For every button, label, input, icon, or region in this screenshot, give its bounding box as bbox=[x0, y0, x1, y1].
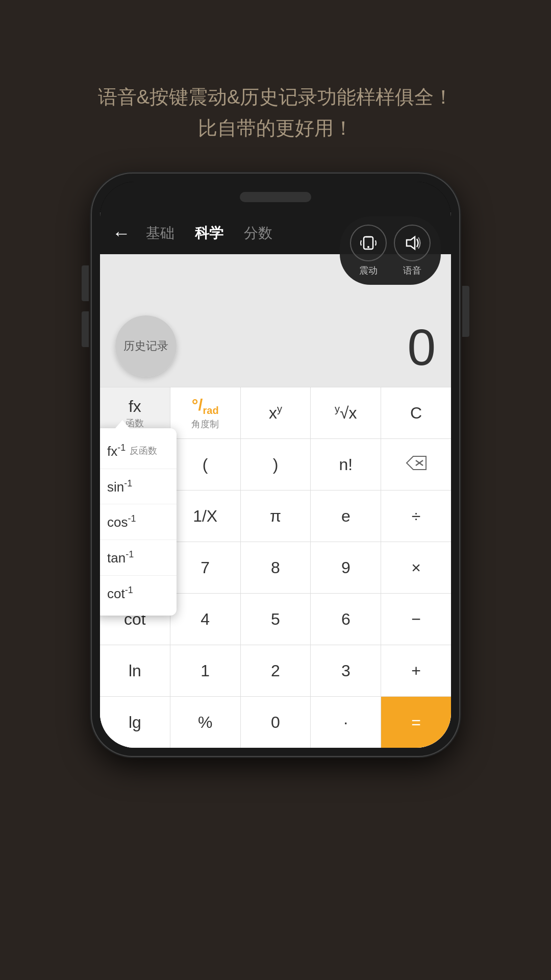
tab-fraction[interactable]: 分数 bbox=[244, 224, 272, 243]
key-7[interactable]: 7 bbox=[170, 542, 241, 593]
fx-popup-menu: fx-1 反函数 sin-1 cos-1 bbox=[100, 428, 177, 616]
floating-buttons: 震动 bbox=[340, 216, 441, 285]
keypad-row-6: ln 1 2 3 + bbox=[100, 645, 451, 696]
key-open-paren[interactable]: ( bbox=[170, 439, 241, 490]
history-button[interactable]: 历史记录 bbox=[115, 315, 177, 377]
svg-point-2 bbox=[367, 246, 369, 248]
key-divide[interactable]: ÷ bbox=[381, 491, 451, 542]
nav-tabs: 基础 科学 分数 bbox=[146, 224, 272, 243]
volume-up-button bbox=[82, 265, 89, 301]
key-4[interactable]: 4 bbox=[170, 594, 241, 645]
sound-button[interactable]: 语音 bbox=[394, 225, 431, 277]
key-5[interactable]: 5 bbox=[241, 594, 311, 645]
volume-down-button bbox=[82, 311, 89, 347]
svg-marker-3 bbox=[407, 237, 415, 249]
popup-item-tan-inv[interactable]: tan-1 bbox=[100, 540, 177, 576]
phone-speaker bbox=[240, 192, 311, 202]
promo-line1: 语音&按键震动&历史记录功能样样俱全！ bbox=[41, 82, 510, 113]
phone-body: ← 基础 科学 分数 bbox=[92, 174, 459, 756]
key-multiply[interactable]: × bbox=[381, 542, 451, 593]
key-angle[interactable]: °/rad 角度制 bbox=[170, 387, 241, 438]
key-fx[interactable]: fx 函数 fx-1 反函数 bbox=[100, 387, 170, 438]
promo-line2: 比自带的更好用！ bbox=[41, 113, 510, 144]
sound-label: 语音 bbox=[403, 264, 421, 277]
key-euler[interactable]: e bbox=[311, 491, 381, 542]
key-2[interactable]: 2 bbox=[241, 645, 311, 696]
key-power[interactable]: xy bbox=[241, 387, 311, 438]
key-reciprocal[interactable]: 1/X bbox=[170, 491, 241, 542]
phone-screen: ← 基础 科学 分数 bbox=[100, 182, 451, 748]
calculator-app: ← 基础 科学 分数 bbox=[100, 212, 451, 748]
tab-science[interactable]: 科学 bbox=[195, 224, 223, 243]
keypad-row-7: lg % 0 · = bbox=[100, 696, 451, 748]
key-clear[interactable]: C bbox=[381, 387, 451, 438]
key-subtract[interactable]: − bbox=[381, 594, 451, 645]
popup-item-cos-inv[interactable]: cos-1 bbox=[100, 504, 177, 540]
key-3[interactable]: 3 bbox=[311, 645, 381, 696]
key-add[interactable]: + bbox=[381, 645, 451, 696]
promo-text: 语音&按键震动&历史记录功能样样俱全！ 比自带的更好用！ bbox=[0, 0, 551, 175]
keypad-row-1: fx 函数 fx-1 反函数 bbox=[100, 387, 451, 438]
key-backspace[interactable] bbox=[381, 439, 451, 490]
vibrate-label: 震动 bbox=[359, 264, 378, 277]
key-1[interactable]: 1 bbox=[170, 645, 241, 696]
key-factorial[interactable]: n! bbox=[311, 439, 381, 490]
key-close-paren[interactable]: ) bbox=[241, 439, 311, 490]
vibrate-icon bbox=[350, 225, 387, 261]
key-9[interactable]: 9 bbox=[311, 542, 381, 593]
display-value: 0 bbox=[407, 318, 436, 377]
back-button[interactable]: ← bbox=[112, 223, 131, 244]
key-pi[interactable]: π bbox=[241, 491, 311, 542]
phone-top-bar bbox=[100, 182, 451, 212]
sound-icon bbox=[394, 225, 431, 261]
key-0[interactable]: 0 bbox=[241, 697, 311, 748]
key-6[interactable]: 6 bbox=[311, 594, 381, 645]
key-decimal[interactable]: · bbox=[311, 697, 381, 748]
phone-device: ← 基础 科学 分数 bbox=[92, 174, 459, 756]
key-log[interactable]: lg bbox=[100, 697, 170, 748]
key-nthroot[interactable]: y√x bbox=[311, 387, 381, 438]
key-ln[interactable]: ln bbox=[100, 645, 170, 696]
vibrate-button[interactable]: 震动 bbox=[350, 225, 387, 277]
power-button bbox=[462, 286, 469, 337]
nav-bar: ← 基础 科学 分数 bbox=[100, 212, 451, 254]
key-percent[interactable]: % bbox=[170, 697, 241, 748]
keypad: fx 函数 fx-1 反函数 bbox=[100, 387, 451, 748]
key-equals[interactable]: = bbox=[381, 697, 451, 748]
key-8[interactable]: 8 bbox=[241, 542, 311, 593]
popup-item-cot-inv[interactable]: cot-1 bbox=[100, 576, 177, 611]
popup-item-sin-inv[interactable]: sin-1 bbox=[100, 469, 177, 505]
popup-item-fx-inv[interactable]: fx-1 反函数 bbox=[100, 433, 177, 469]
tab-basic[interactable]: 基础 bbox=[146, 224, 174, 243]
